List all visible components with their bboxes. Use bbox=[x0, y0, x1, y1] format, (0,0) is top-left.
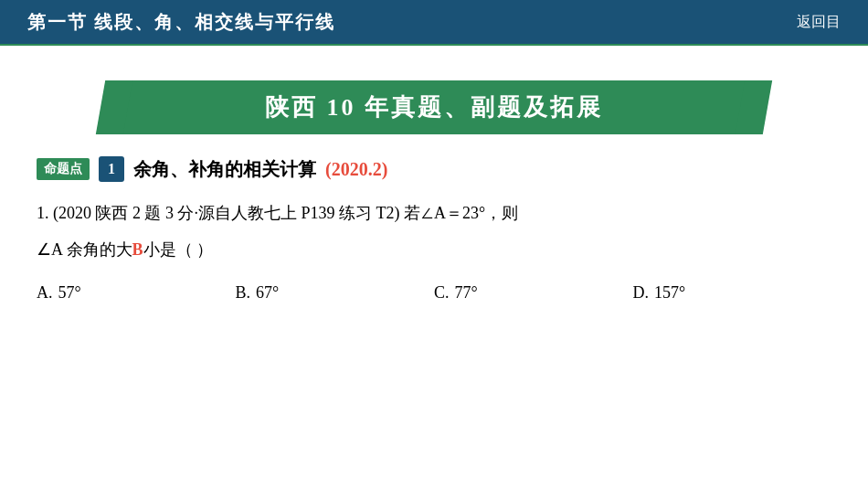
option-b: B. 67° bbox=[236, 283, 435, 303]
option-d: D. 157° bbox=[633, 283, 832, 303]
question-line2: ∠A 余角的大B小是（ ） bbox=[37, 235, 831, 264]
main-content: 陕西 10 年真题、副题及拓展 命题点 1 余角、补角的相关计算 (2020.2… bbox=[0, 53, 868, 321]
question-text-line2-pre: ∠A 余角的大 bbox=[37, 240, 132, 259]
return-nav[interactable]: 返回目 bbox=[797, 13, 841, 32]
question-text-line2-post: 小是（ ） bbox=[143, 240, 214, 259]
section-title-box: 陕西 10 年真题、副题及拓展 bbox=[114, 80, 754, 134]
option-b-value: 67° bbox=[256, 283, 279, 303]
page-header: 第一节 线段、角、相交线与平行线 返回目 bbox=[0, 0, 868, 44]
header-divider bbox=[0, 44, 868, 46]
option-c-label: C. bbox=[434, 283, 450, 303]
option-d-value: 157° bbox=[654, 283, 685, 303]
options-row: A. 57° B. 67° C. 77° D. 157° bbox=[37, 283, 831, 303]
option-a-label: A. bbox=[37, 283, 53, 303]
topic-tag-row: 命题点 1 余角、补角的相关计算 (2020.2) bbox=[37, 156, 831, 182]
question-highlight-b: B bbox=[132, 240, 143, 259]
topic-year: (2020.2) bbox=[325, 159, 387, 180]
topic-label: 命题点 bbox=[37, 158, 90, 180]
option-d-label: D. bbox=[633, 283, 650, 303]
option-b-label: B. bbox=[236, 283, 251, 303]
topic-text: 余角、补角的相关计算 bbox=[133, 157, 316, 182]
question-line1: 1. (2020 陕西 2 题 3 分·源自人教七上 P139 练习 T2) 若… bbox=[37, 198, 831, 228]
option-a-value: 57° bbox=[58, 283, 81, 303]
section-title: 陕西 10 年真题、副题及拓展 bbox=[265, 94, 603, 121]
question-text-prefix: (2020 陕西 2 题 3 分·源自人教七上 P139 练习 T2) 若∠A＝… bbox=[53, 204, 518, 222]
header-title: 第一节 线段、角、相交线与平行线 bbox=[27, 10, 335, 35]
option-a: A. 57° bbox=[37, 283, 236, 303]
option-c: C. 77° bbox=[434, 283, 633, 303]
topic-number: 1 bbox=[99, 156, 124, 182]
question-number: 1. bbox=[37, 204, 49, 222]
option-c-value: 77° bbox=[455, 283, 478, 303]
